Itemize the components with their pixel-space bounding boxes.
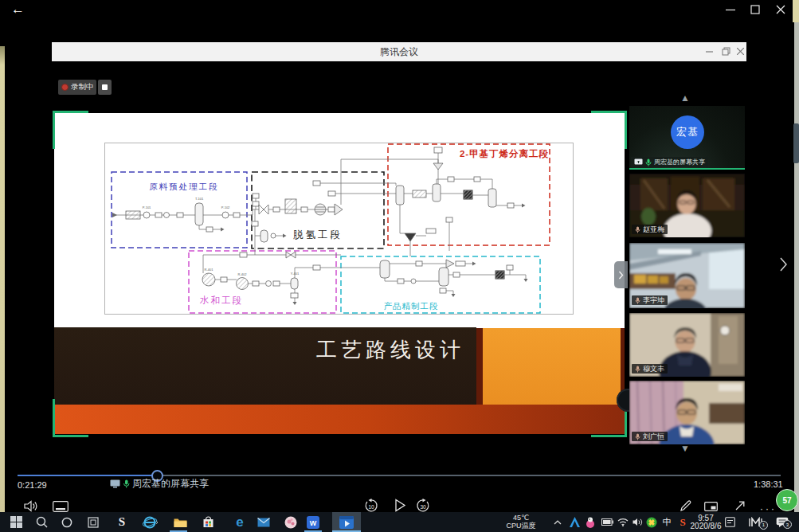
participant-name: 李宇坤 [643, 295, 664, 306]
tray-cpu-temp[interactable]: 45℃CPU温度 [500, 512, 542, 532]
background-scrollbar-thumb[interactable] [793, 123, 799, 163]
participant-name-chip: 赵亚梅 [632, 225, 668, 234]
participant-tile-sharer[interactable]: 宏基 周宏基的屏幕共享 [629, 106, 745, 170]
total-time: 1:38:31 [754, 479, 783, 489]
taskbar-app-s[interactable]: S [112, 512, 132, 532]
tray-date: 2020/8/6 [691, 522, 722, 530]
cortana-button[interactable] [57, 512, 76, 532]
taskbar-app-video-player-active[interactable] [337, 512, 356, 532]
recording-indicator: 录制中 [58, 80, 96, 95]
participant-name-chip: 穆文丰 [632, 364, 668, 374]
svg-text:10: 10 [368, 504, 374, 510]
sidebar-collapse-tab[interactable] [614, 261, 628, 288]
fullscreen-button[interactable] [734, 499, 746, 512]
cpu-temp-label: CPU温度 [506, 522, 535, 530]
slide-orange-square [483, 328, 621, 405]
minimize-button[interactable] [725, 9, 736, 11]
svg-text:W: W [310, 518, 317, 526]
stop-icon [102, 84, 108, 90]
tray-expand-button[interactable] [551, 512, 564, 532]
tray-icon-pink[interactable] [583, 512, 597, 532]
taskbar-app-pink[interactable] [280, 512, 301, 532]
tray-chat-tool[interactable]: 3 [771, 512, 793, 532]
share-bracket-topleft [53, 111, 88, 149]
volume-button[interactable] [24, 499, 39, 513]
tray-icon-a[interactable] [567, 512, 582, 532]
microphone-icon [645, 158, 652, 166]
slide-title: 工艺路线设计 [316, 336, 464, 364]
sidebar-scroll-down-icon[interactable]: ▼ [680, 443, 690, 454]
sharer-label: 周宏基的屏幕共享 [631, 157, 708, 167]
chevron-right-icon [779, 256, 788, 272]
rewind-10-button[interactable]: 10 [364, 499, 378, 513]
taskbar-app-ie[interactable] [140, 512, 161, 532]
meeting-restore-button[interactable] [722, 47, 730, 57]
player-next-arrow[interactable] [779, 256, 788, 272]
tray-ime-tool[interactable]: 1 [746, 512, 768, 532]
action-center-button[interactable] [721, 512, 738, 532]
participant-name: 穆文丰 [643, 364, 664, 374]
muted-mic-icon [635, 433, 640, 440]
meeting-close-button[interactable] [737, 48, 744, 57]
seekbar-remaining[interactable] [163, 475, 781, 476]
taskbar-app-edge[interactable]: e [229, 512, 250, 532]
svg-text:R-401: R-401 [205, 268, 214, 272]
participant-name-chip: 刘广恒 [632, 432, 668, 441]
shared-slide: 工艺路线设计 原料预处理工段 脱氢工段 2-甲基丁烯分离工段 水和工段 [54, 113, 625, 434]
avatar: 宏基 [671, 115, 704, 149]
svg-text:R-402: R-402 [238, 272, 248, 276]
slide-title-band: 工艺路线设计 [54, 327, 476, 405]
participant-tile[interactable]: 李宇坤 [629, 243, 745, 308]
svg-text:P-102: P-102 [221, 205, 230, 209]
participant-tile[interactable]: 穆文丰 [629, 313, 745, 377]
participant-tile[interactable]: 刘广恒 [629, 381, 745, 444]
taskbar-app-store[interactable] [198, 512, 218, 532]
participant-name: 赵亚梅 [643, 225, 664, 235]
share-bracket-topright [591, 111, 627, 149]
forward-30-button[interactable]: 30 [416, 499, 430, 513]
taskbar-app-w[interactable]: W [303, 512, 323, 532]
floating-badge[interactable]: 57 [776, 489, 798, 511]
taskbar: S e W 45℃CPU温度 [0, 512, 799, 532]
svg-text:30: 30 [420, 504, 426, 510]
section-label-refining: 产品精制工段 [384, 301, 439, 311]
video-sharer-overlay: 周宏基的屏幕共享 [110, 477, 209, 491]
meeting-minimize-button[interactable] [706, 51, 714, 61]
meeting-titlebar: 腾讯会议 [52, 42, 746, 61]
participant-tile[interactable]: 赵亚梅 [629, 174, 745, 237]
seekbar-played[interactable] [18, 475, 157, 476]
desktop-wallpaper-strip-right [793, 0, 799, 22]
chat-badge: 3 [783, 520, 792, 529]
taskbar-app-explorer[interactable] [170, 512, 190, 532]
task-view-button[interactable] [84, 512, 103, 532]
tray-icon-green[interactable] [644, 512, 659, 532]
tray-wifi-icon[interactable] [616, 512, 630, 532]
tray-clock[interactable]: 9:572020/8/6 [688, 512, 723, 532]
participant-name: 刘广恒 [643, 432, 664, 442]
tray-battery-icon[interactable] [599, 512, 615, 532]
screen-share-icon [110, 479, 120, 488]
tray-ime-indicator[interactable]: 中 [660, 512, 674, 532]
start-button[interactable] [6, 512, 25, 532]
maximize-button[interactable] [750, 5, 760, 14]
ime-badge: 1 [759, 521, 768, 530]
cpu-temp-value: 45℃ [513, 514, 529, 522]
taskbar-app-mail[interactable] [253, 512, 274, 532]
tray-volume-icon[interactable] [630, 512, 644, 532]
cast-button[interactable] [53, 501, 69, 512]
pip-button[interactable] [704, 502, 718, 511]
background-window-edge [794, 22, 799, 512]
desktop-wallpaper-strip-left [0, 46, 5, 512]
close-button[interactable] [776, 5, 785, 14]
stop-recording-button[interactable] [98, 80, 112, 95]
search-button[interactable] [32, 512, 51, 532]
muted-mic-icon [635, 297, 640, 304]
edit-button[interactable] [680, 499, 692, 512]
sharer-label-text: 周宏基的屏幕共享 [654, 158, 705, 166]
recording-label: 录制中 [71, 82, 94, 92]
back-button[interactable]: ← [11, 2, 25, 18]
section-label-hydration: 水和工段 [199, 295, 243, 305]
screen: ← 腾讯会议 录制中 工艺路线设计 [0, 0, 799, 532]
play-button[interactable] [394, 499, 406, 512]
sidebar-scroll-up-icon[interactable]: ▲ [680, 92, 690, 104]
